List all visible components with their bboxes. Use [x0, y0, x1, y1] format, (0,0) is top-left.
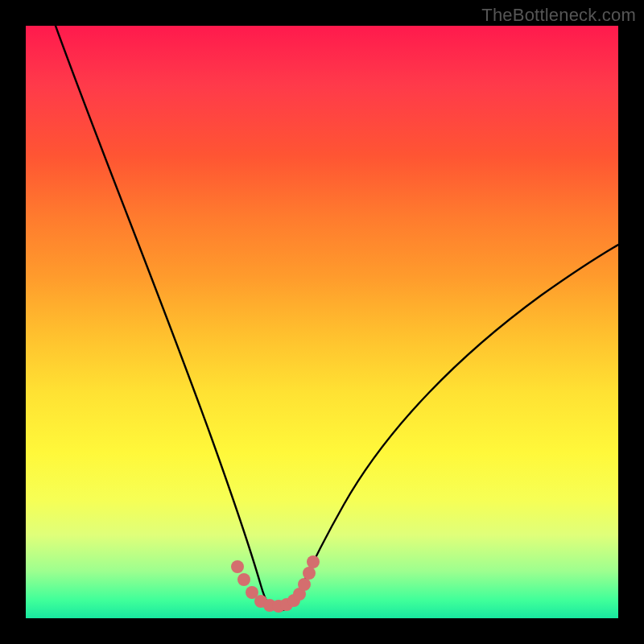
plot-area: [26, 26, 618, 618]
svg-point-9: [298, 578, 311, 591]
valley-markers: [231, 555, 320, 613]
bottleneck-curve: [56, 26, 618, 610]
chart-frame: TheBottleneck.com: [0, 0, 644, 644]
svg-point-10: [303, 567, 316, 580]
curve-layer: [26, 26, 618, 618]
svg-point-0: [231, 560, 244, 573]
watermark-text: TheBottleneck.com: [481, 5, 636, 26]
svg-point-11: [307, 555, 320, 568]
svg-point-1: [237, 573, 250, 586]
